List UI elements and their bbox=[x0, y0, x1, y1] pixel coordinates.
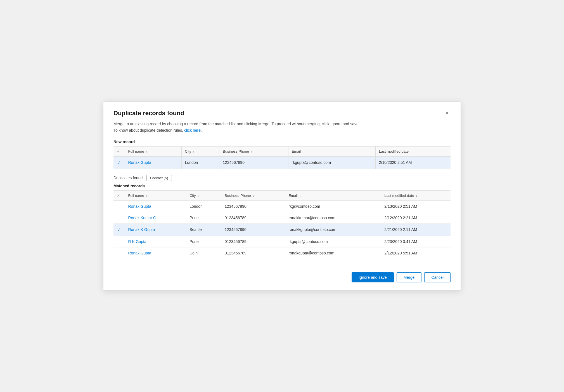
lastmod-sort-icon: ↓ bbox=[410, 150, 412, 153]
matched-row-phone: 1234567890 bbox=[221, 223, 285, 236]
matched-row-phone: 1234567890 bbox=[221, 200, 285, 212]
matched-row-fullname-link[interactable]: Ronak Kumar G bbox=[128, 216, 156, 220]
matched-row-lastmod: 2/12/2020 5:51 AM bbox=[381, 247, 451, 259]
matched-row-email: ronakkgupta@contoso.com bbox=[285, 223, 381, 236]
matched-row-city: Delhi bbox=[186, 247, 221, 259]
matched-fullname-sort-icon: ↑↓ bbox=[146, 194, 149, 197]
new-record-th-email[interactable]: Email ↓ bbox=[288, 146, 375, 156]
matched-th-city[interactable]: City ↓ bbox=[186, 190, 221, 200]
matched-record-row[interactable]: Ronak Kumar G Pune 0123456789 ronakkumar… bbox=[113, 212, 451, 223]
matched-record-row[interactable]: Ronak Gupta London 1234567890 rkg@contos… bbox=[113, 200, 451, 212]
ignore-save-button[interactable]: Ignore and save bbox=[352, 272, 394, 282]
matched-row-fullname-link[interactable]: Ronak Gupta bbox=[128, 204, 151, 209]
check-icon-matched-header: ✓ bbox=[117, 193, 120, 198]
new-record-th-lastmod[interactable]: Last modified date ↓ bbox=[375, 146, 451, 156]
new-record-th-phone[interactable]: Business Phone ↓ bbox=[219, 146, 288, 156]
matched-row-email: rkg@contoso.com bbox=[285, 200, 381, 212]
contact-badge[interactable]: Contact (5) bbox=[146, 175, 172, 181]
matched-row-lastmod: 2/12/2020 2:21 AM bbox=[381, 212, 451, 223]
matched-row-fullname[interactable]: R K Gupta bbox=[125, 236, 186, 247]
matched-row-fullname-link[interactable]: Ronak Gupta bbox=[128, 251, 151, 255]
email-sort-icon: ↓ bbox=[302, 150, 304, 153]
check-icon: ✓ bbox=[117, 160, 121, 165]
matched-row-check bbox=[113, 247, 125, 259]
matched-row-city: Pune bbox=[186, 236, 221, 247]
check-icon: ✓ bbox=[117, 227, 121, 232]
description-text: Merge to an existing record by choosing … bbox=[113, 121, 451, 133]
matched-row-lastmod: 2/23/2020 3:41 AM bbox=[381, 236, 451, 247]
matched-row-email: ronakkumar@contoso.com bbox=[285, 212, 381, 223]
click-here-link[interactable]: click here bbox=[184, 128, 201, 133]
check-icon-header: ✓ bbox=[117, 149, 120, 154]
new-record-header-row: ✓ Full name ↑↓ City ↓ bbox=[113, 146, 451, 156]
dialog-header: Duplicate records found × bbox=[113, 110, 451, 117]
new-row-check: ✓ bbox=[113, 156, 125, 169]
merge-button[interactable]: Merge bbox=[397, 272, 422, 282]
new-record-table: ✓ Full name ↑↓ City ↓ bbox=[113, 146, 451, 169]
new-row-lastmod: 2/10/2020 2:51 AM bbox=[375, 156, 451, 169]
matched-row-check bbox=[113, 200, 125, 212]
matched-row-city: Pune bbox=[186, 212, 221, 223]
dialog-title: Duplicate records found bbox=[113, 110, 184, 117]
new-row-fullname[interactable]: Ronak Gupta bbox=[125, 156, 181, 169]
matched-row-fullname[interactable]: Ronak Gupta bbox=[125, 247, 186, 259]
matched-th-check: ✓ bbox=[113, 190, 125, 200]
matched-row-fullname[interactable]: Ronak Gupta bbox=[125, 200, 186, 212]
matched-row-phone: 0123456789 bbox=[221, 236, 285, 247]
matched-th-fullname[interactable]: Full name ↑↓ bbox=[125, 190, 186, 200]
matched-row-lastmod: 2/13/2020 2:51 AM bbox=[381, 200, 451, 212]
duplicates-found-label: Duplicates found: bbox=[113, 176, 144, 180]
matched-row-fullname-link[interactable]: R K Gupta bbox=[128, 239, 146, 244]
matched-row-phone: 0123456789 bbox=[221, 247, 285, 259]
matched-row-phone: 0123456789 bbox=[221, 212, 285, 223]
new-record-row[interactable]: ✓ Ronak Gupta London 1234567890 rkgupta@… bbox=[113, 156, 451, 169]
matched-row-lastmod: 2/21/2020 2:11 AM bbox=[381, 223, 451, 236]
new-record-th-check: ✓ bbox=[113, 146, 125, 156]
city-sort-icon: ↓ bbox=[193, 150, 195, 153]
matched-row-city: Seattle bbox=[186, 223, 221, 236]
matched-record-row[interactable]: Ronak Gupta Delhi 0123456789 ronakgupta@… bbox=[113, 247, 451, 259]
matched-th-lastmod[interactable]: Last modified date ↓ bbox=[381, 190, 451, 200]
matched-record-row[interactable]: R K Gupta Pune 0123456789 rkgupta@contos… bbox=[113, 236, 451, 247]
fullname-sort-icon: ↑↓ bbox=[146, 150, 149, 153]
matched-row-check bbox=[113, 212, 125, 223]
matched-row-email: rkgupta@contoso.com bbox=[285, 236, 381, 247]
close-button[interactable]: × bbox=[444, 110, 451, 116]
new-row-email: rkgupta@contoso.com bbox=[288, 156, 375, 169]
description-body: Merge to an existing record by choosing … bbox=[113, 122, 360, 126]
matched-row-email: ronakgupta@contoso.com bbox=[285, 247, 381, 259]
duplicate-records-dialog: Duplicate records found × Merge to an ex… bbox=[103, 101, 461, 291]
matched-records-table: ✓ Full name ↑↓ City ↓ bbox=[113, 190, 451, 259]
new-record-section: New record ✓ Full name ↑↓ City bbox=[113, 140, 451, 169]
matched-records-label: Matched records bbox=[113, 184, 451, 188]
matched-row-check: ✓ bbox=[113, 223, 125, 236]
matched-email-sort-icon: ↓ bbox=[299, 194, 301, 197]
matched-row-fullname[interactable]: Ronak K Gupta bbox=[125, 223, 186, 236]
matched-row-city: London bbox=[186, 200, 221, 212]
new-record-label: New record bbox=[113, 140, 451, 144]
matched-th-email[interactable]: Email ↓ bbox=[285, 190, 381, 200]
matched-lastmod-sort-icon: ↓ bbox=[416, 194, 417, 197]
matched-phone-sort-icon: ↓ bbox=[253, 194, 254, 197]
cancel-button[interactable]: Cancel bbox=[424, 272, 451, 282]
new-row-fullname-link[interactable]: Ronak Gupta bbox=[128, 160, 151, 165]
matched-header-row: ✓ Full name ↑↓ City ↓ bbox=[113, 190, 451, 200]
matched-row-fullname-link[interactable]: Ronak K Gupta bbox=[128, 227, 155, 232]
new-row-city: London bbox=[181, 156, 219, 169]
matched-record-row[interactable]: ✓ Ronak K Gupta Seattle 1234567890 ronak… bbox=[113, 223, 451, 236]
new-record-th-fullname[interactable]: Full name ↑↓ bbox=[125, 146, 181, 156]
dialog-footer: Ignore and save Merge Cancel bbox=[113, 268, 451, 282]
matched-th-phone[interactable]: Business Phone ↓ bbox=[221, 190, 285, 200]
matched-row-fullname[interactable]: Ronak Kumar G bbox=[125, 212, 186, 223]
description-link-prefix: To know about duplicate detection rules, bbox=[113, 128, 184, 133]
new-record-th-city[interactable]: City ↓ bbox=[181, 146, 219, 156]
description-link-suffix: . bbox=[201, 128, 202, 133]
duplicates-found-row: Duplicates found: Contact (5) bbox=[113, 175, 451, 181]
new-row-phone: 1234567890 bbox=[219, 156, 288, 169]
matched-row-check bbox=[113, 236, 125, 247]
matched-records-section: Matched records ✓ Full name ↑↓ bbox=[113, 184, 451, 259]
phone-sort-icon: ↓ bbox=[251, 150, 252, 153]
matched-city-sort-icon: ↓ bbox=[198, 194, 199, 197]
